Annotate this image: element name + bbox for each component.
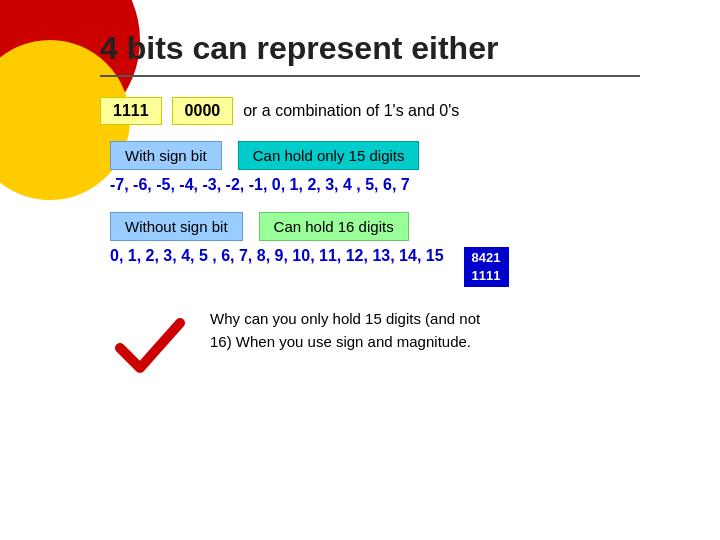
title-divider xyxy=(100,75,640,77)
bits-row: 1111 0000 or a combination of 1's and 0'… xyxy=(100,97,640,125)
bottom-section: Why can you only hold 15 digits (and not… xyxy=(110,303,640,387)
with-sign-sequence: -7, -6, -5, -4, -3, -2, -1, 0, 1, 2, 3, … xyxy=(110,176,640,194)
can-hold-16-digits-badge: Can hold 16 digits xyxy=(259,212,409,241)
checkmark-area xyxy=(110,303,190,387)
bit-value-2: 0000 xyxy=(172,97,234,125)
number-box-line2: 1111 xyxy=(472,267,501,285)
why-text: Why can you only hold 15 digits (and not… xyxy=(210,303,480,353)
number-box-line1: 8421 xyxy=(472,249,501,267)
without-sign-bit-row: Without sign bit Can hold 16 digits xyxy=(110,212,640,241)
bit-value-1: 1111 xyxy=(100,97,162,125)
bits-description: or a combination of 1's and 0's xyxy=(243,102,459,120)
page-title: 4 bits can represent either xyxy=(100,30,640,67)
with-sign-bit-row: With sign bit Can hold only 15 digits xyxy=(110,141,640,170)
checkmark-icon xyxy=(110,303,190,383)
can-hold-15-digits-badge: Can hold only 15 digits xyxy=(238,141,420,170)
without-sign-bit-label: Without sign bit xyxy=(110,212,243,241)
why-text-line2: 16) When you use sign and magnitude. xyxy=(210,333,471,350)
without-sign-sequence-text: 0, 1, 2, 3, 4, 5 , 6, 7, 8, 9, 10, 11, 1… xyxy=(110,247,444,265)
number-box: 8421 1111 xyxy=(464,247,509,287)
with-sign-bit-label: With sign bit xyxy=(110,141,222,170)
without-sign-sequence-row: 0, 1, 2, 3, 4, 5 , 6, 7, 8, 9, 10, 11, 1… xyxy=(110,247,640,287)
why-text-line1: Why can you only hold 15 digits (and not xyxy=(210,310,480,327)
